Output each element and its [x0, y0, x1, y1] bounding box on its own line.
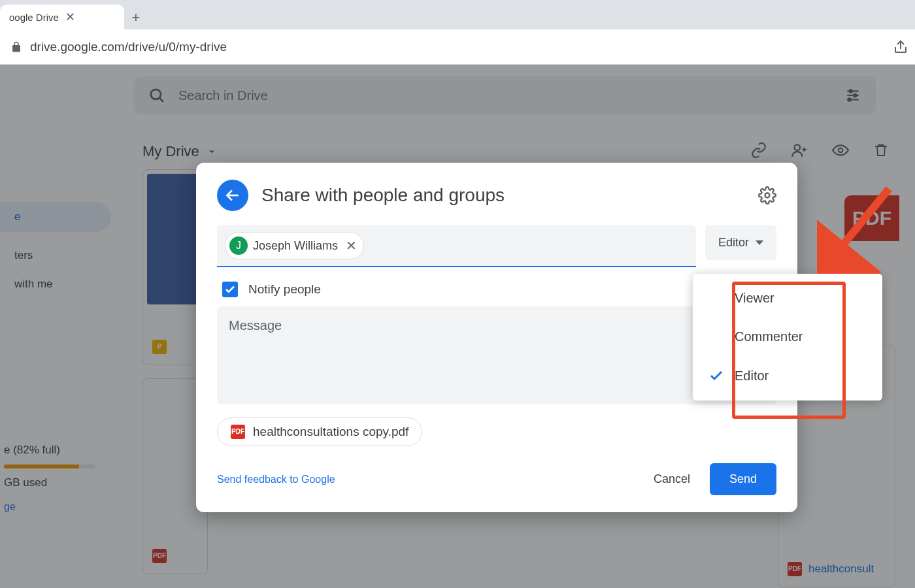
- send-button[interactable]: Send: [710, 463, 776, 495]
- role-option-viewer[interactable]: Viewer: [693, 279, 882, 318]
- role-option-editor[interactable]: Editor: [693, 356, 882, 395]
- feedback-link[interactable]: Send feedback to Google: [217, 474, 335, 485]
- drive-app: My Drive e ters with me e (82% full) GB …: [0, 65, 915, 588]
- svg-point-13: [765, 193, 770, 198]
- browser-tab[interactable]: oogle Drive ✕: [0, 5, 124, 29]
- close-icon[interactable]: ✕: [346, 238, 357, 253]
- url-text[interactable]: drive.google.com/drive/u/0/my-drive: [30, 40, 885, 54]
- modal-title: Share with people and groups: [261, 185, 745, 206]
- role-option-commenter[interactable]: Commenter: [693, 318, 882, 356]
- attachment-name: healthconsultations copy.pdf: [253, 425, 408, 439]
- gear-icon[interactable]: [758, 186, 776, 204]
- lock-icon: [10, 41, 22, 53]
- address-bar: drive.google.com/drive/u/0/my-drive: [0, 29, 915, 65]
- attachment-chip[interactable]: PDF healthconsultations copy.pdf: [217, 417, 422, 446]
- recipient-input[interactable]: J Joseph Williams ✕: [217, 225, 696, 267]
- tab-title: oogle Drive: [9, 12, 59, 23]
- role-dropdown-menu: Viewer Commenter Editor: [693, 274, 882, 400]
- role-dropdown-button[interactable]: Editor: [705, 225, 776, 260]
- back-button[interactable]: [217, 180, 248, 211]
- check-icon: [224, 284, 236, 295]
- notify-label: Notify people: [248, 282, 321, 297]
- arrow-left-icon: [224, 187, 241, 204]
- notify-checkbox[interactable]: [222, 282, 238, 297]
- new-tab-button[interactable]: +: [124, 6, 148, 29]
- role-label: Editor: [718, 236, 749, 250]
- recipient-chip[interactable]: J Joseph Williams ✕: [225, 232, 364, 259]
- cancel-button[interactable]: Cancel: [647, 465, 697, 494]
- share-os-icon[interactable]: [893, 39, 908, 55]
- message-placeholder: Message: [229, 318, 282, 333]
- option-label: Viewer: [735, 291, 774, 306]
- pdf-icon: PDF: [231, 425, 245, 439]
- chip-name: Joseph Williams: [253, 239, 338, 253]
- chevron-down-icon: [756, 240, 763, 245]
- close-icon[interactable]: ✕: [65, 10, 75, 24]
- option-label: Commenter: [735, 329, 803, 344]
- avatar: J: [229, 237, 248, 255]
- option-label: Editor: [735, 368, 769, 384]
- check-icon: [708, 368, 725, 384]
- browser-tab-strip: oogle Drive ✕ +: [0, 0, 915, 29]
